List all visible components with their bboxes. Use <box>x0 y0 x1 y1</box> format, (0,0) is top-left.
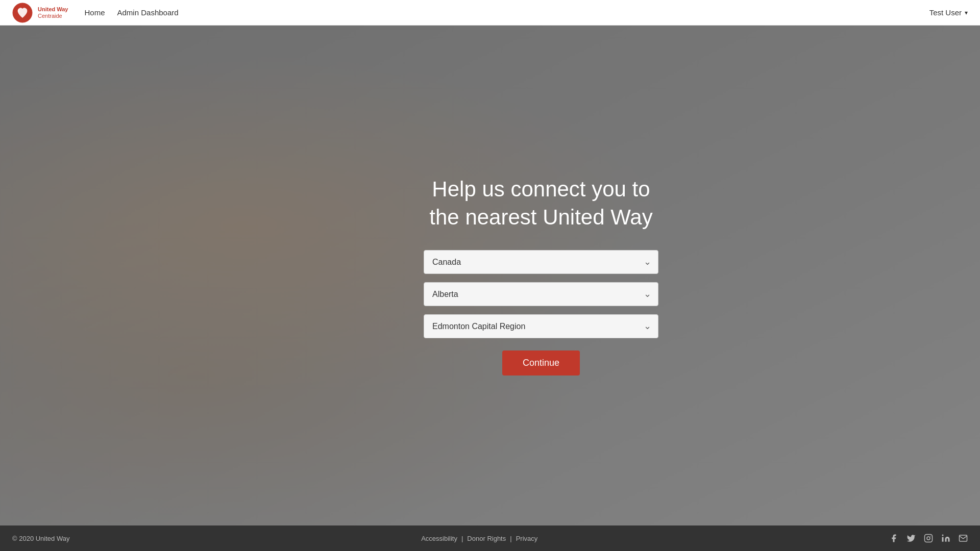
province-select-wrapper: Alberta British Columbia Ontario Quebec … <box>424 282 658 306</box>
footer-separator-2: | <box>510 535 511 542</box>
nav-links: Home Admin Dashboard <box>85 8 179 17</box>
logo-icon <box>12 3 33 23</box>
linkedin-icon[interactable] <box>941 534 950 543</box>
logo: United Way Centraide <box>12 3 68 23</box>
footer-link-accessibility[interactable]: Accessibility <box>421 535 457 542</box>
navbar-left: United Way Centraide Home Admin Dashboar… <box>12 3 179 23</box>
province-select[interactable]: Alberta British Columbia Ontario Quebec … <box>424 282 658 306</box>
footer-link-privacy[interactable]: Privacy <box>516 535 538 542</box>
nav-admin-dashboard[interactable]: Admin Dashboard <box>117 8 179 17</box>
footer-separator-1: | <box>461 535 463 542</box>
email-icon[interactable] <box>959 534 968 543</box>
instagram-icon[interactable] <box>924 534 933 543</box>
footer-copyright: © 2020 United Way <box>12 535 69 542</box>
logo-text: United Way Centraide <box>38 6 68 18</box>
svg-point-3 <box>930 536 931 537</box>
country-select-wrapper: Canada United States ⌄ <box>424 250 658 274</box>
user-label: Test User <box>929 8 962 17</box>
facebook-icon[interactable] <box>889 534 898 543</box>
navbar: United Way Centraide Home Admin Dashboar… <box>0 0 980 26</box>
region-select-wrapper: Edmonton Capital Region Calgary Red Deer… <box>424 314 658 338</box>
svg-rect-1 <box>924 535 932 542</box>
user-caret-icon: ▾ <box>965 9 968 16</box>
user-menu[interactable]: Test User ▾ <box>929 8 968 17</box>
country-select[interactable]: Canada United States <box>424 250 658 274</box>
svg-point-4 <box>942 535 943 536</box>
footer-social <box>889 534 968 543</box>
footer-link-donor-rights[interactable]: Donor Rights <box>467 535 506 542</box>
hero-title: Help us connect you to the nearest Unite… <box>429 176 652 231</box>
continue-button[interactable]: Continue <box>502 350 580 375</box>
twitter-icon[interactable] <box>906 534 916 543</box>
hero-section: Help us connect you to the nearest Unite… <box>0 26 980 525</box>
region-select[interactable]: Edmonton Capital Region Calgary Red Deer… <box>424 314 658 338</box>
svg-point-2 <box>927 537 930 540</box>
hero-content: Help us connect you to the nearest Unite… <box>424 176 658 375</box>
footer: © 2020 United Way Accessibility | Donor … <box>0 525 980 551</box>
nav-home[interactable]: Home <box>85 8 105 17</box>
location-form: Canada United States ⌄ Alberta British C… <box>424 250 658 375</box>
footer-links: Accessibility | Donor Rights | Privacy <box>421 535 537 542</box>
